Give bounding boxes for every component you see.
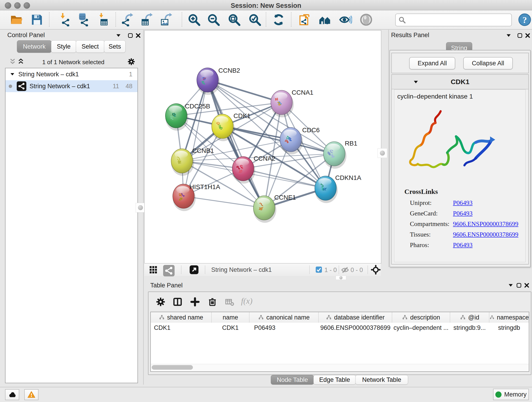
gene-section-header[interactable]: CDK1 bbox=[392, 75, 528, 89]
string-document-share-icon[interactable] bbox=[298, 13, 312, 26]
zoom-in-icon[interactable] bbox=[187, 13, 201, 26]
refresh-icon[interactable] bbox=[272, 13, 285, 26]
tab-edge-table[interactable]: Edge Table bbox=[313, 375, 356, 385]
panel-close-icon[interactable] bbox=[525, 32, 531, 38]
panel-menu-icon[interactable] bbox=[506, 32, 512, 38]
tab-select[interactable]: Select bbox=[76, 40, 104, 53]
network-row-selected[interactable]: String Network – cdk1 11 48 bbox=[6, 80, 138, 92]
home-houses-icon[interactable] bbox=[318, 13, 331, 26]
collapse-all-networks-icon[interactable] bbox=[9, 58, 16, 65]
right-splitter-handle[interactable] bbox=[378, 148, 387, 158]
crosslink-label: GeneCard: bbox=[410, 210, 438, 217]
panel-float-icon[interactable] bbox=[127, 32, 133, 38]
warnings-button[interactable] bbox=[24, 389, 38, 400]
panel-close-icon[interactable] bbox=[135, 32, 141, 38]
cloud-button[interactable] bbox=[5, 389, 19, 400]
cell-description[interactable]: cyclin–dependent ... bbox=[392, 323, 450, 332]
zoom-fit-icon[interactable] bbox=[228, 13, 241, 26]
import-network-file-icon[interactable] bbox=[58, 13, 71, 26]
collection-expander-icon[interactable] bbox=[10, 71, 15, 77]
node-label[interactable]: CDC25B bbox=[185, 103, 210, 110]
node-label[interactable]: CCNB1 bbox=[192, 147, 214, 154]
save-session-icon[interactable] bbox=[30, 13, 44, 26]
share-view-icon[interactable] bbox=[163, 265, 175, 276]
table-panel: Table Panel f(x) shared name name canoni… bbox=[147, 280, 531, 385]
help-icon[interactable] bbox=[518, 13, 531, 26]
panel-float-icon[interactable] bbox=[516, 282, 522, 288]
node-label[interactable]: HIST1H1A bbox=[190, 183, 220, 191]
table-settings-gear-icon[interactable] bbox=[156, 297, 165, 307]
right-splitter[interactable] bbox=[388, 30, 389, 267]
node-label[interactable]: CDKN1A bbox=[335, 174, 361, 181]
export-image-icon[interactable] bbox=[160, 13, 173, 26]
column-header-id[interactable]: @id bbox=[450, 312, 489, 323]
zoom-out-icon[interactable] bbox=[207, 13, 220, 26]
import-network-database-icon[interactable] bbox=[76, 13, 90, 26]
tab-node-table[interactable]: Node Table bbox=[271, 375, 314, 385]
network-collection-row[interactable]: String Network – cdk1 1 bbox=[6, 68, 138, 80]
collapse-all-button[interactable]: Collapse All bbox=[463, 57, 513, 70]
network-canvas[interactable]: CCNB2CCNA1CDC25BCDK1CDC6RB1CCNB1CCNA2CDK… bbox=[144, 30, 381, 264]
crosslink-link[interactable]: P06493 bbox=[453, 210, 473, 217]
panel-float-icon[interactable] bbox=[517, 32, 523, 38]
panel-menu-icon[interactable] bbox=[508, 282, 514, 288]
cell-namespace[interactable]: stringdb bbox=[489, 323, 529, 332]
column-header-database-identifier[interactable]: database identifier bbox=[319, 312, 392, 323]
cell-id[interactable]: stringdb:9... bbox=[450, 323, 489, 332]
column-header-namespace[interactable]: namespace bbox=[489, 312, 529, 323]
node-table: shared name name canonical name database… bbox=[150, 312, 529, 372]
control-panel-title: Control Panel bbox=[7, 32, 45, 39]
cell-shared-name[interactable]: CDK1 bbox=[154, 323, 211, 332]
cell-database-identifier[interactable]: 9606.ENSP00000378699 bbox=[320, 323, 392, 332]
export-network-icon[interactable] bbox=[121, 13, 134, 26]
tab-network[interactable]: Network bbox=[17, 40, 51, 53]
detach-view-icon[interactable] bbox=[189, 265, 199, 274]
node-label[interactable]: CDC6 bbox=[302, 127, 320, 134]
search-input[interactable] bbox=[408, 15, 509, 24]
grid-view-icon[interactable] bbox=[149, 265, 158, 274]
node-label[interactable]: RB1 bbox=[345, 140, 357, 147]
panel-menu-icon[interactable] bbox=[115, 32, 121, 38]
column-header-canonical-name[interactable]: canonical name bbox=[249, 312, 319, 323]
cell-canonical-name[interactable]: P06493 bbox=[254, 323, 318, 332]
tab-network-table[interactable]: Network Table bbox=[355, 375, 408, 385]
node-label[interactable]: CCNA1 bbox=[292, 89, 313, 96]
network-view-title: String Network – cdk1 bbox=[211, 266, 272, 274]
node-label[interactable]: CCNE1 bbox=[274, 194, 296, 201]
search-field[interactable] bbox=[395, 13, 512, 26]
horizontal-splitter-handle[interactable] bbox=[336, 276, 346, 280]
network-graph[interactable]: CCNB2CCNA1CDC25BCDK1CDC6RB1CCNB1CCNA2CDK… bbox=[145, 31, 380, 263]
crosslink-link[interactable]: P06493 bbox=[453, 199, 473, 206]
column-header-description[interactable]: description bbox=[392, 312, 450, 323]
cell-name[interactable]: CDK1 bbox=[212, 323, 249, 332]
network-options-gear-icon[interactable] bbox=[127, 58, 135, 65]
zoom-selected-icon[interactable] bbox=[248, 13, 261, 26]
export-table-icon[interactable] bbox=[140, 13, 154, 26]
import-table-icon[interactable] bbox=[96, 13, 109, 26]
column-header-shared-name[interactable]: shared name bbox=[151, 312, 212, 323]
add-column-icon[interactable] bbox=[190, 297, 200, 307]
horizontal-scrollbar-track[interactable] bbox=[151, 364, 529, 370]
node-label[interactable]: CCNB2 bbox=[218, 67, 240, 74]
expand-all-networks-icon[interactable] bbox=[17, 58, 24, 65]
open-session-icon[interactable] bbox=[10, 13, 23, 26]
node-label[interactable]: CDK1 bbox=[234, 112, 251, 119]
horizontal-scrollbar-thumb[interactable] bbox=[152, 365, 193, 370]
tab-sets[interactable]: Sets bbox=[104, 40, 126, 53]
crosslink-link[interactable]: 9606.ENSP00000378699 bbox=[453, 231, 518, 238]
delete-column-icon[interactable] bbox=[208, 297, 217, 307]
show-columns-icon[interactable] bbox=[173, 297, 182, 307]
hidden-eye-slash-icon[interactable] bbox=[341, 266, 349, 274]
left-splitter-handle[interactable] bbox=[136, 203, 145, 212]
panel-close-icon[interactable] bbox=[524, 282, 530, 288]
expand-all-button[interactable]: Expand All bbox=[409, 57, 455, 70]
node-label[interactable]: CCNA2 bbox=[254, 155, 275, 162]
column-header-name[interactable]: name bbox=[212, 312, 249, 323]
bird-eye-crosshair-icon[interactable] bbox=[371, 265, 381, 275]
eye-wave-icon[interactable] bbox=[339, 13, 352, 26]
crosslink-link[interactable]: P06493 bbox=[453, 241, 473, 249]
crosslink-link[interactable]: 9606.ENSP00000378699 bbox=[453, 220, 518, 228]
selected-checkbox[interactable] bbox=[316, 267, 322, 273]
memory-button[interactable]: Memory bbox=[493, 389, 529, 400]
tab-style[interactable]: Style bbox=[51, 40, 76, 53]
